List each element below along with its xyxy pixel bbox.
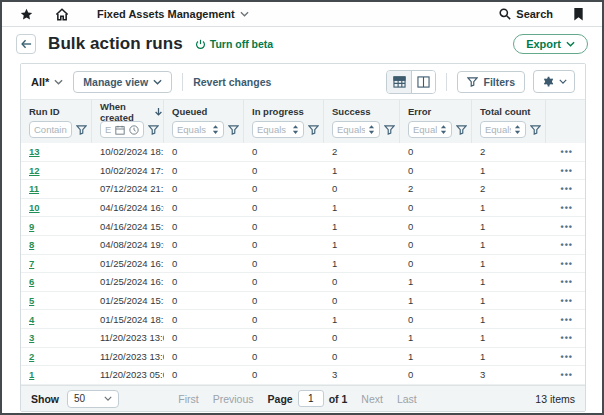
run-id-link[interactable]: 4 <box>29 314 34 325</box>
column-label: Error <box>408 106 431 117</box>
cell-queued: 0 <box>164 202 244 213</box>
row-actions-cell: ••• <box>546 221 585 232</box>
column-filter-actions <box>546 119 585 143</box>
cell-in-progress: 0 <box>244 314 324 325</box>
cell-in-progress: 0 <box>244 165 324 176</box>
equals-filter-select[interactable]: Equals <box>332 121 380 138</box>
run-id-link[interactable]: 10 <box>29 202 40 213</box>
page-number-input[interactable] <box>298 390 324 407</box>
column-view-toggle[interactable] <box>411 71 435 93</box>
run-id-cell: 8 <box>21 239 92 250</box>
home-button[interactable] <box>49 8 75 21</box>
next-page-button[interactable]: Next <box>361 393 383 405</box>
row-actions-button[interactable]: ••• <box>546 259 585 269</box>
run-id-link[interactable]: 13 <box>29 146 40 157</box>
page-size-select[interactable]: 50 <box>67 390 119 408</box>
row-actions-cell: ••• <box>546 146 585 157</box>
run-id-link[interactable]: 5 <box>29 295 34 306</box>
page-of-label: of 1 <box>329 393 348 405</box>
column-label: Total count <box>480 106 530 117</box>
cell-in-progress: 0 <box>244 369 324 380</box>
run-id-link[interactable]: 9 <box>29 221 34 232</box>
grid-toolbar: All* Manage view Revert changes <box>21 64 585 99</box>
equals-filter-value: Equals <box>177 124 206 135</box>
table-view-icon <box>393 76 406 88</box>
cell-total-count: 3 <box>472 369 546 380</box>
view-selector[interactable]: All* <box>31 76 63 88</box>
search-button[interactable]: Search <box>499 8 553 20</box>
row-actions-button[interactable]: ••• <box>546 166 585 176</box>
run-id-cell: 1 <box>21 369 92 380</box>
row-actions-button[interactable]: ••• <box>546 184 585 194</box>
row-actions-cell: ••• <box>546 369 585 380</box>
cell-error: 0 <box>400 221 472 232</box>
column-header-actions <box>546 100 585 119</box>
chevron-down-icon[interactable] <box>240 11 249 17</box>
search-icon <box>499 8 511 20</box>
equals-filter-select[interactable]: Equals <box>480 121 526 138</box>
equals-filter-select[interactable]: Equals <box>252 121 304 138</box>
turn-off-beta-button[interactable]: Turn off beta <box>195 38 273 50</box>
cell-total-count: 2 <box>472 146 546 157</box>
row-actions-button[interactable]: ••• <box>546 277 585 287</box>
row-actions-button[interactable]: ••• <box>546 370 585 380</box>
filter-input-box <box>29 121 72 138</box>
funnel-icon <box>530 125 541 135</box>
run-id-link[interactable]: 8 <box>29 239 34 250</box>
app-name[interactable]: Fixed Assets Management <box>97 8 235 20</box>
run-id-link[interactable]: 6 <box>29 276 34 287</box>
table-row: 601/25/2024 16:1...00011••• <box>21 273 585 292</box>
cell-total-count: 1 <box>472 295 546 306</box>
app-window: Fixed Assets Management Search B <box>0 0 604 415</box>
grid-settings-button[interactable] <box>533 70 575 93</box>
run-id-link[interactable]: 3 <box>29 332 34 343</box>
first-page-button[interactable]: First <box>178 393 198 405</box>
run-id-link[interactable]: 12 <box>29 165 40 176</box>
export-button[interactable]: Export <box>513 34 588 54</box>
row-actions-cell: ••• <box>546 332 585 343</box>
equals-filter-select[interactable]: Equals <box>172 121 224 138</box>
run-id-link[interactable]: 2 <box>29 351 34 362</box>
cell-queued: 0 <box>164 351 244 362</box>
table-body: 1310/02/2024 18:1...00202•••1210/02/2024… <box>21 143 585 385</box>
row-actions-button[interactable]: ••• <box>546 352 585 362</box>
row-actions-button[interactable]: ••• <box>546 333 585 343</box>
table-view-toggle[interactable] <box>387 71 411 93</box>
star-icon <box>20 8 33 21</box>
table-row: 1004/16/2024 16:0...00101••• <box>21 199 585 218</box>
equals-filter-select[interactable]: Equals <box>408 121 452 138</box>
equals-filter-value: Equals <box>413 124 437 135</box>
row-actions-button[interactable]: ••• <box>546 203 585 213</box>
filter-text-input[interactable] <box>34 124 67 135</box>
cell-success: 0 <box>324 332 400 343</box>
cell-when-created: 01/25/2024 16:1... <box>92 276 164 287</box>
date-filter-box[interactable]: E <box>100 121 144 138</box>
cell-queued: 0 <box>164 332 244 343</box>
back-button[interactable] <box>16 34 36 54</box>
last-page-button[interactable]: Last <box>397 393 417 405</box>
row-actions-button[interactable]: ••• <box>546 147 585 157</box>
run-id-link[interactable]: 1 <box>29 369 34 380</box>
bookmark-icon <box>573 8 584 21</box>
cell-error: 2 <box>400 183 472 194</box>
cell-success: 0 <box>324 295 400 306</box>
run-id-link[interactable]: 7 <box>29 258 34 269</box>
previous-page-button[interactable]: Previous <box>213 393 254 405</box>
row-actions-button[interactable]: ••• <box>546 315 585 325</box>
cell-in-progress: 0 <box>244 146 324 157</box>
favorites-button[interactable] <box>14 8 39 21</box>
bookmark-button[interactable] <box>567 8 590 21</box>
export-label: Export <box>526 38 561 50</box>
row-actions-button[interactable]: ••• <box>546 240 585 250</box>
row-actions-button[interactable]: ••• <box>546 296 585 306</box>
table-row: 111/20/2023 05:0...00303••• <box>21 366 585 385</box>
cell-success: 1 <box>324 165 400 176</box>
table-row: 1310/02/2024 18:1...00202••• <box>21 143 585 162</box>
run-id-link[interactable]: 11 <box>29 183 39 194</box>
filters-button[interactable]: Filters <box>457 71 525 93</box>
filters-label: Filters <box>483 76 515 88</box>
manage-view-button[interactable]: Manage view <box>73 71 172 93</box>
cell-in-progress: 0 <box>244 276 324 287</box>
row-actions-button[interactable]: ••• <box>546 222 585 232</box>
revert-changes-button[interactable]: Revert changes <box>193 76 271 88</box>
